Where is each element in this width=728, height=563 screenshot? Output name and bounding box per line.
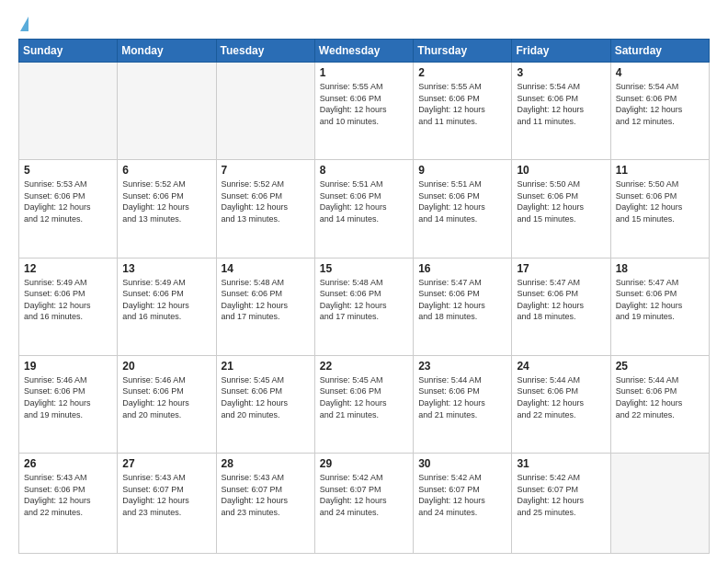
calendar-cell: 24Sunrise: 5:44 AM Sunset: 6:06 PM Dayli… [512,355,610,453]
day-info: Sunrise: 5:44 AM Sunset: 6:06 PM Dayligh… [616,374,704,420]
calendar-week-row: 12Sunrise: 5:49 AM Sunset: 6:06 PM Dayli… [19,258,710,355]
calendar-cell [216,63,314,160]
calendar-cell: 30Sunrise: 5:42 AM Sunset: 6:07 PM Dayli… [414,454,512,554]
day-info: Sunrise: 5:54 AM Sunset: 6:06 PM Dayligh… [517,81,605,127]
calendar-cell: 10Sunrise: 5:50 AM Sunset: 6:06 PM Dayli… [512,160,610,258]
day-info: Sunrise: 5:45 AM Sunset: 6:06 PM Dayligh… [222,374,310,420]
calendar-header-row: SundayMondayTuesdayWednesdayThursdayFrid… [19,40,710,63]
day-number: 25 [616,360,704,373]
day-info: Sunrise: 5:50 AM Sunset: 6:06 PM Dayligh… [517,178,605,224]
calendar-cell: 9Sunrise: 5:51 AM Sunset: 6:06 PM Daylig… [414,160,512,258]
day-number: 27 [122,457,210,470]
day-info: Sunrise: 5:49 AM Sunset: 6:06 PM Dayligh… [122,277,210,323]
day-number: 14 [222,262,310,275]
day-number: 15 [320,262,408,275]
calendar-cell: 13Sunrise: 5:49 AM Sunset: 6:06 PM Dayli… [118,258,216,355]
calendar-cell: 11Sunrise: 5:50 AM Sunset: 6:06 PM Dayli… [610,160,709,258]
logo [18,17,28,29]
calendar-cell: 1Sunrise: 5:55 AM Sunset: 6:06 PM Daylig… [314,63,413,160]
day-number: 5 [24,164,112,177]
day-info: Sunrise: 5:45 AM Sunset: 6:06 PM Dayligh… [320,374,408,420]
day-info: Sunrise: 5:51 AM Sunset: 6:06 PM Dayligh… [418,178,506,224]
calendar-cell [19,63,118,160]
day-info: Sunrise: 5:55 AM Sunset: 6:06 PM Dayligh… [418,81,506,127]
day-info: Sunrise: 5:50 AM Sunset: 6:06 PM Dayligh… [616,178,704,224]
calendar-header-day: Monday [118,40,216,63]
day-number: 4 [616,66,704,79]
day-info: Sunrise: 5:44 AM Sunset: 6:06 PM Dayligh… [418,374,506,420]
day-number: 19 [24,360,112,373]
day-number: 20 [122,360,210,373]
calendar-cell: 23Sunrise: 5:44 AM Sunset: 6:06 PM Dayli… [414,355,512,453]
day-number: 26 [24,457,112,470]
day-info: Sunrise: 5:43 AM Sunset: 6:06 PM Dayligh… [24,472,112,518]
day-info: Sunrise: 5:54 AM Sunset: 6:06 PM Dayligh… [616,81,704,127]
calendar-cell: 15Sunrise: 5:48 AM Sunset: 6:06 PM Dayli… [314,258,413,355]
calendar-cell: 5Sunrise: 5:53 AM Sunset: 6:06 PM Daylig… [19,160,118,258]
day-number: 28 [222,457,310,470]
calendar-cell: 31Sunrise: 5:42 AM Sunset: 6:07 PM Dayli… [512,454,610,554]
day-info: Sunrise: 5:51 AM Sunset: 6:06 PM Dayligh… [320,178,408,224]
calendar-header-day: Saturday [610,40,709,63]
day-number: 6 [122,164,210,177]
day-info: Sunrise: 5:49 AM Sunset: 6:06 PM Dayligh… [24,277,112,323]
day-info: Sunrise: 5:43 AM Sunset: 6:07 PM Dayligh… [122,472,210,518]
calendar-header-day: Thursday [414,40,512,63]
calendar-header-day: Sunday [19,40,118,63]
day-number: 18 [616,262,704,275]
day-number: 7 [222,164,310,177]
day-info: Sunrise: 5:53 AM Sunset: 6:06 PM Dayligh… [24,178,112,224]
calendar-cell: 19Sunrise: 5:46 AM Sunset: 6:06 PM Dayli… [19,355,118,453]
calendar-header-day: Wednesday [314,40,413,63]
calendar-cell: 8Sunrise: 5:51 AM Sunset: 6:06 PM Daylig… [314,160,413,258]
calendar-week-row: 26Sunrise: 5:43 AM Sunset: 6:06 PM Dayli… [19,454,710,554]
calendar-cell: 22Sunrise: 5:45 AM Sunset: 6:06 PM Dayli… [314,355,413,453]
day-number: 9 [418,164,506,177]
day-info: Sunrise: 5:48 AM Sunset: 6:06 PM Dayligh… [320,277,408,323]
day-number: 8 [320,164,408,177]
calendar-header-day: Tuesday [216,40,314,63]
day-number: 16 [418,262,506,275]
calendar-cell: 28Sunrise: 5:43 AM Sunset: 6:07 PM Dayli… [216,454,314,554]
day-number: 1 [320,66,408,79]
calendar-cell: 14Sunrise: 5:48 AM Sunset: 6:06 PM Dayli… [216,258,314,355]
page: SundayMondayTuesdayWednesdayThursdayFrid… [0,0,728,563]
day-number: 2 [418,66,506,79]
calendar-cell: 16Sunrise: 5:47 AM Sunset: 6:06 PM Dayli… [414,258,512,355]
day-number: 29 [320,457,408,470]
day-info: Sunrise: 5:46 AM Sunset: 6:06 PM Dayligh… [24,374,112,420]
day-number: 3 [517,66,605,79]
calendar-cell: 20Sunrise: 5:46 AM Sunset: 6:06 PM Dayli… [118,355,216,453]
day-number: 22 [320,360,408,373]
day-info: Sunrise: 5:47 AM Sunset: 6:06 PM Dayligh… [418,277,506,323]
day-info: Sunrise: 5:44 AM Sunset: 6:06 PM Dayligh… [517,374,605,420]
calendar-cell: 17Sunrise: 5:47 AM Sunset: 6:06 PM Dayli… [512,258,610,355]
calendar-cell [610,454,709,554]
day-number: 21 [222,360,310,373]
day-number: 30 [418,457,506,470]
calendar-cell: 26Sunrise: 5:43 AM Sunset: 6:06 PM Dayli… [19,454,118,554]
calendar-cell: 3Sunrise: 5:54 AM Sunset: 6:06 PM Daylig… [512,63,610,160]
day-number: 10 [517,164,605,177]
day-info: Sunrise: 5:48 AM Sunset: 6:06 PM Dayligh… [222,277,310,323]
calendar-cell: 6Sunrise: 5:52 AM Sunset: 6:06 PM Daylig… [118,160,216,258]
day-info: Sunrise: 5:42 AM Sunset: 6:07 PM Dayligh… [517,472,605,518]
calendar-cell [118,63,216,160]
day-number: 12 [24,262,112,275]
day-info: Sunrise: 5:42 AM Sunset: 6:07 PM Dayligh… [418,472,506,518]
header [18,17,710,29]
calendar-cell: 7Sunrise: 5:52 AM Sunset: 6:06 PM Daylig… [216,160,314,258]
calendar-cell: 29Sunrise: 5:42 AM Sunset: 6:07 PM Dayli… [314,454,413,554]
day-number: 24 [517,360,605,373]
calendar-cell: 12Sunrise: 5:49 AM Sunset: 6:06 PM Dayli… [19,258,118,355]
calendar-cell: 18Sunrise: 5:47 AM Sunset: 6:06 PM Dayli… [610,258,709,355]
day-info: Sunrise: 5:43 AM Sunset: 6:07 PM Dayligh… [222,472,310,518]
calendar-cell: 27Sunrise: 5:43 AM Sunset: 6:07 PM Dayli… [118,454,216,554]
day-info: Sunrise: 5:42 AM Sunset: 6:07 PM Dayligh… [320,472,408,518]
day-info: Sunrise: 5:47 AM Sunset: 6:06 PM Dayligh… [616,277,704,323]
day-info: Sunrise: 5:52 AM Sunset: 6:06 PM Dayligh… [222,178,310,224]
calendar-week-row: 19Sunrise: 5:46 AM Sunset: 6:06 PM Dayli… [19,355,710,453]
day-info: Sunrise: 5:52 AM Sunset: 6:06 PM Dayligh… [122,178,210,224]
calendar-week-row: 5Sunrise: 5:53 AM Sunset: 6:06 PM Daylig… [19,160,710,258]
calendar-cell: 21Sunrise: 5:45 AM Sunset: 6:06 PM Dayli… [216,355,314,453]
